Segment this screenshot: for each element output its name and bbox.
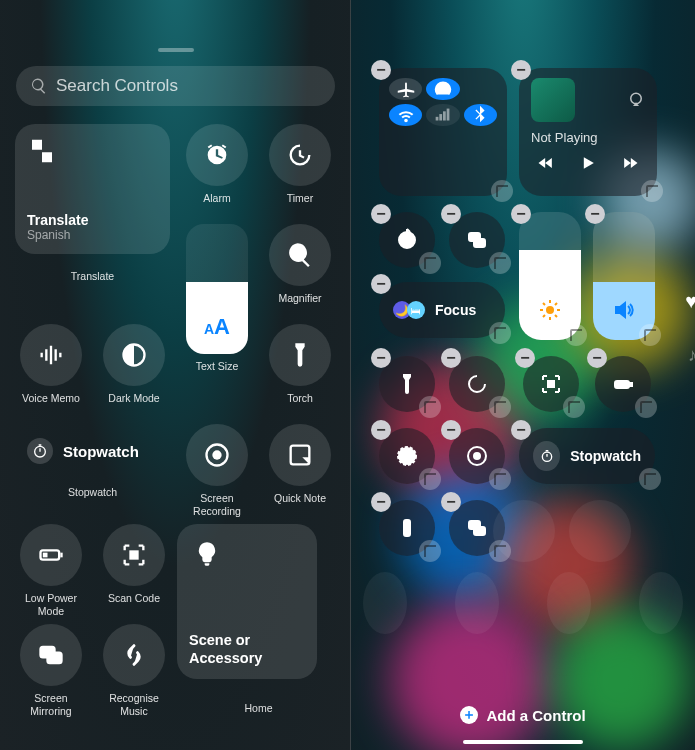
scan-code-tile[interactable]: Scan Code <box>98 524 170 618</box>
empty-slot[interactable] <box>569 500 631 562</box>
recognise-music-tile[interactable]: Recognise Music <box>98 624 170 718</box>
resize-handle[interactable] <box>641 180 663 202</box>
timer-tile-r[interactable]: − <box>449 356 505 412</box>
cellular-data-toggle[interactable] <box>426 104 459 126</box>
empty-slot[interactable] <box>493 500 555 562</box>
resize-handle[interactable] <box>635 396 657 418</box>
qr-icon <box>539 372 563 396</box>
airplane-toggle[interactable] <box>389 78 422 100</box>
resize-handle[interactable] <box>563 396 585 418</box>
media-page-indicator[interactable]: ♪ <box>688 345 695 366</box>
svg-rect-8 <box>131 552 138 559</box>
text-size-tile[interactable]: AA <box>186 224 248 354</box>
screen-mirroring-tile[interactable]: Screen Mirroring <box>15 624 87 718</box>
focus-tile[interactable]: − 🌙 🛏 Focus <box>379 282 505 338</box>
screen-record-tile-r[interactable]: − <box>449 428 505 484</box>
dark-mode-tile[interactable]: Dark Mode <box>98 324 170 418</box>
remove-focus[interactable]: − <box>371 274 391 294</box>
remove-flashlight[interactable]: − <box>371 348 391 368</box>
remove-record[interactable]: − <box>441 420 461 440</box>
remove-low-power[interactable]: − <box>587 348 607 368</box>
home-indicator[interactable] <box>463 740 583 744</box>
magnifier-tile[interactable]: Magnifier <box>264 224 336 318</box>
volume-slider[interactable]: − <box>593 212 655 340</box>
search-controls-field[interactable]: Search Controls <box>16 66 335 106</box>
airplay-icon[interactable] <box>627 91 645 109</box>
torch-tile[interactable]: Torch <box>264 324 336 418</box>
resize-handle[interactable] <box>489 252 511 274</box>
low-power-label: Low Power Mode <box>25 592 77 617</box>
stopwatch-tile-r[interactable]: − Stopwatch <box>519 428 655 484</box>
forward-button[interactable] <box>620 153 640 173</box>
remove-mirror[interactable]: − <box>441 492 461 512</box>
resize-handle[interactable] <box>419 252 441 274</box>
brightness-slider[interactable]: − <box>519 212 581 340</box>
screen-mirroring-icon <box>37 641 65 669</box>
alarm-icon <box>203 141 231 169</box>
rotation-lock-tile[interactable]: − <box>379 212 435 268</box>
timer-tile[interactable]: Timer <box>264 124 336 218</box>
remove-lock[interactable]: − <box>371 420 391 440</box>
low-power-tile-r[interactable]: − <box>595 356 651 412</box>
resize-handle[interactable] <box>419 468 441 490</box>
low-power-tile[interactable]: Low Power Mode <box>15 524 87 618</box>
remove-remote[interactable]: − <box>371 492 391 512</box>
resize-handle[interactable] <box>489 468 511 490</box>
wifi-toggle[interactable] <box>389 104 422 126</box>
media-module[interactable]: − Not Playing <box>519 68 657 196</box>
remove-volume[interactable]: − <box>585 204 605 224</box>
remove-rotation-lock[interactable]: − <box>371 204 391 224</box>
screen-mirroring-tile-r[interactable]: − <box>449 212 505 268</box>
scan-code-tile-r[interactable]: − <box>523 356 579 412</box>
empty-slot[interactable] <box>455 572 499 634</box>
svg-point-1 <box>35 446 46 457</box>
lock-tile-r[interactable]: − <box>379 428 435 484</box>
alarm-tile[interactable]: Alarm <box>181 124 253 218</box>
favorites-page-indicator[interactable]: ♥ <box>685 290 695 313</box>
translate-tile[interactable]: Translate Spanish <box>15 124 170 254</box>
remove-scan[interactable]: − <box>515 348 535 368</box>
focus-label: Focus <box>435 302 476 318</box>
empty-slot[interactable] <box>639 572 683 634</box>
empty-slot[interactable] <box>363 572 407 634</box>
remove-brightness[interactable]: − <box>511 204 531 224</box>
empty-slot[interactable] <box>547 572 591 634</box>
svg-rect-41 <box>474 527 485 535</box>
sheet-grabber[interactable] <box>158 48 194 52</box>
remove-connectivity[interactable]: − <box>371 60 391 80</box>
airdrop-toggle[interactable] <box>426 78 459 100</box>
remove-stopwatch[interactable]: − <box>511 420 531 440</box>
dark-mode-icon <box>120 341 148 369</box>
add-control-button[interactable]: ＋ Add a Control <box>351 706 695 724</box>
remove-timer[interactable]: − <box>441 348 461 368</box>
stopwatch-tile[interactable]: Stopwatch <box>15 424 170 478</box>
remote-tile-r[interactable]: − <box>379 500 435 556</box>
voice-memo-tile[interactable]: Voice Memo <box>15 324 87 418</box>
resize-handle[interactable] <box>565 324 587 346</box>
resize-handle[interactable] <box>639 468 661 490</box>
resize-handle[interactable] <box>489 322 511 344</box>
bluetooth-toggle[interactable] <box>464 104 497 126</box>
flashlight-tile-r[interactable]: − <box>379 356 435 412</box>
screen-recording-tile[interactable]: Screen Recording <box>181 424 253 518</box>
speaker-icon <box>612 298 636 322</box>
resize-handle[interactable] <box>419 396 441 418</box>
quick-note-icon <box>286 441 314 469</box>
resize-handle[interactable] <box>489 396 511 418</box>
home-tile[interactable]: Scene or Accessory <box>177 524 317 679</box>
text-size-label: Text Size <box>196 360 239 373</box>
translate-title: Translate <box>27 212 158 228</box>
airdrop-icon <box>432 78 454 100</box>
resize-handle[interactable] <box>491 180 513 202</box>
remove-media[interactable]: − <box>511 60 531 80</box>
flashlight-icon <box>286 341 314 369</box>
record-icon <box>203 441 231 469</box>
connectivity-module[interactable]: − <box>379 68 507 196</box>
resize-handle[interactable] <box>639 324 661 346</box>
resize-handle[interactable] <box>419 540 441 562</box>
play-button[interactable] <box>578 153 598 173</box>
rewind-button[interactable] <box>536 153 556 173</box>
quick-note-tile[interactable]: Quick Note <box>264 424 336 518</box>
remove-screen-mirroring[interactable]: − <box>441 204 461 224</box>
search-icon <box>30 77 48 95</box>
